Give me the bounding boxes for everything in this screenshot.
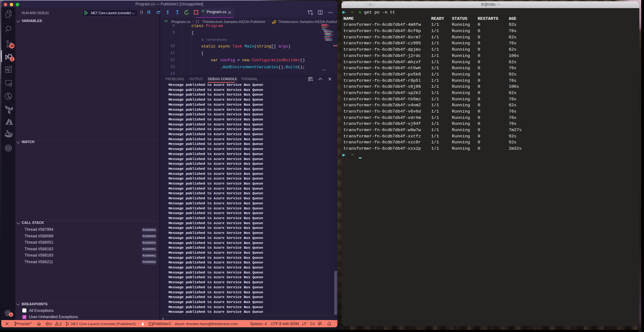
svg-text:38: 38 xyxy=(10,44,14,48)
svg-text:1: 1 xyxy=(10,313,12,316)
svg-text:0: 0 xyxy=(59,322,62,326)
svg-text:1: 1 xyxy=(11,58,13,61)
svg-text:0: 0 xyxy=(50,322,52,326)
svg-text:master*: master* xyxy=(19,322,32,326)
